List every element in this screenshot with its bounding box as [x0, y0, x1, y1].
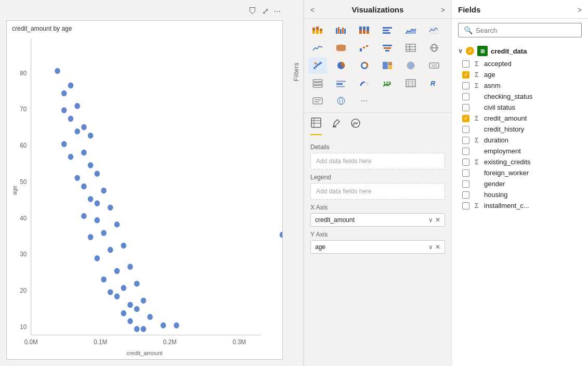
svg-point-26: [88, 162, 94, 168]
focus-icon[interactable]: ⤢: [262, 6, 269, 16]
viz-table[interactable]: [401, 40, 420, 56]
field-checkbox[interactable]: [462, 104, 469, 111]
y-axis-dropdown-icon[interactable]: ∨: [428, 243, 433, 251]
field-item-employment[interactable]: employment: [452, 146, 588, 156]
svg-rect-114: [313, 85, 322, 87]
x-axis-field-name: credit_amount: [315, 216, 355, 224]
table-expand-arrow[interactable]: ∨: [458, 47, 463, 55]
details-dropzone[interactable]: Add data fields here: [310, 153, 445, 169]
field-checkbox[interactable]: [462, 71, 469, 79]
field-item-foreign_worker[interactable]: foreign_worker: [452, 167, 588, 178]
field-checkbox[interactable]: [462, 159, 469, 166]
field-checkbox[interactable]: [462, 82, 469, 89]
search-icon: 🔍: [464, 26, 473, 34]
x-axis-field[interactable]: credit_amount ∨ ✕: [310, 213, 445, 227]
viz-stacked-area[interactable]: [401, 22, 420, 38]
viz-subtab-format[interactable]: [330, 117, 342, 135]
table-header-credit-data[interactable]: ∨ ✓ ⊞ credit_data: [452, 44, 588, 58]
y-axis-remove-icon[interactable]: ✕: [435, 243, 440, 251]
field-checkbox[interactable]: [462, 126, 469, 133]
svg-point-15: [68, 83, 74, 89]
field-checkbox[interactable]: [462, 115, 469, 122]
svg-rect-67: [338, 27, 339, 34]
viz-subtab-analytics[interactable]: [350, 117, 361, 135]
viz-map[interactable]: [425, 40, 443, 56]
svg-rect-116: [336, 83, 343, 85]
fields-nav-right[interactable]: >: [578, 6, 582, 14]
viz-scatter[interactable]: [308, 57, 327, 74]
viz-100-bar[interactable]: [355, 22, 374, 38]
x-axis-dropdown-icon[interactable]: ∨: [428, 216, 433, 224]
search-input[interactable]: [476, 27, 576, 34]
viz-funnel[interactable]: [378, 40, 397, 56]
field-item-asnm[interactable]: Σasnm: [452, 80, 588, 91]
viz-globe[interactable]: [332, 93, 350, 109]
filters-label[interactable]: Filters: [293, 62, 300, 81]
legend-dropzone[interactable]: Add data fields here: [310, 183, 445, 200]
filters-sidebar[interactable]: Filters: [289, 0, 304, 366]
field-item-duration[interactable]: Σduration: [452, 135, 588, 146]
svg-rect-108: [388, 66, 392, 69]
viz-ribbon[interactable]: [332, 40, 350, 56]
viz-subtab-fields[interactable]: [310, 117, 322, 135]
viz-smart-narrative[interactable]: [308, 93, 327, 109]
viz-line-chart[interactable]: [425, 22, 443, 38]
x-axis-remove-icon[interactable]: ✕: [435, 216, 440, 224]
viz-r-visual[interactable]: R: [425, 75, 443, 92]
viz-filled-map[interactable]: [401, 57, 420, 74]
svg-point-28: [74, 175, 80, 181]
viz-clustered-bar[interactable]: [332, 22, 350, 38]
field-item-checking_status[interactable]: checking_status: [452, 91, 588, 102]
viz-bar-chart[interactable]: [378, 22, 397, 38]
filter-icon[interactable]: ⛉: [249, 7, 257, 16]
viz-multirow-card[interactable]: [308, 75, 327, 92]
viz-nav-left[interactable]: <: [310, 6, 315, 14]
viz-matrix[interactable]: [401, 75, 420, 92]
y-axis-field[interactable]: age ∨ ✕: [310, 240, 445, 254]
field-checkbox[interactable]: [462, 180, 469, 188]
field-checkbox[interactable]: [462, 169, 469, 177]
viz-donut[interactable]: [355, 57, 374, 74]
viz-slicer[interactable]: [332, 75, 350, 92]
svg-text:80: 80: [20, 69, 27, 77]
field-item-housing[interactable]: housing: [452, 189, 588, 200]
svg-point-20: [81, 124, 87, 130]
svg-point-55: [161, 322, 166, 329]
scatter-plot: 10 20 30 40 50 60 70 80 0.0M 0.1M 0.2M 0…: [7, 21, 282, 359]
field-checkbox[interactable]: [462, 148, 469, 155]
field-checkbox[interactable]: [462, 93, 469, 100]
field-item-civil-status[interactable]: civil status: [452, 102, 588, 113]
viz-gauge[interactable]: [355, 75, 374, 92]
viz-area-chart[interactable]: [308, 40, 327, 56]
viz-waterfall[interactable]: [355, 40, 374, 56]
viz-treemap[interactable]: [378, 57, 397, 74]
field-checkbox[interactable]: [462, 60, 469, 68]
field-checkbox[interactable]: [462, 202, 469, 210]
y-axis-chip-actions[interactable]: ∨ ✕: [428, 243, 440, 251]
viz-card[interactable]: 123: [425, 57, 443, 74]
field-item-installment_c...[interactable]: Σinstallment_c...: [452, 200, 588, 211]
field-item-existing_credits[interactable]: Σexisting_credits: [452, 156, 588, 167]
svg-point-23: [61, 141, 67, 147]
visualizations-panel: < Visualizations >: [304, 0, 452, 366]
viz-stacked-bar[interactable]: [308, 22, 327, 38]
fields-search-box[interactable]: 🔍: [458, 23, 582, 37]
viz-more[interactable]: ···: [355, 93, 374, 109]
viz-kpi[interactable]: 123: [378, 75, 397, 92]
field-checkbox[interactable]: [462, 137, 469, 144]
more-options-icon[interactable]: ···: [274, 7, 281, 16]
viz-pie[interactable]: [332, 57, 350, 74]
field-item-credit_history[interactable]: credit_history: [452, 124, 588, 135]
svg-rect-83: [429, 33, 439, 34]
viz-nav-right[interactable]: >: [441, 6, 445, 14]
svg-point-129: [337, 97, 345, 104]
field-item-credit_amount[interactable]: Σcredit_amount: [452, 113, 588, 124]
field-item-gender[interactable]: gender: [452, 178, 588, 189]
x-axis-chip-actions[interactable]: ∨ ✕: [428, 216, 440, 224]
field-checkbox[interactable]: [462, 191, 469, 199]
svg-point-57: [141, 326, 147, 332]
fields-header: Fields >: [452, 0, 588, 19]
field-item-age[interactable]: Σage: [452, 69, 588, 80]
field-name: asnm: [484, 82, 501, 89]
field-item-accepted[interactable]: Σaccepted: [452, 58, 588, 69]
